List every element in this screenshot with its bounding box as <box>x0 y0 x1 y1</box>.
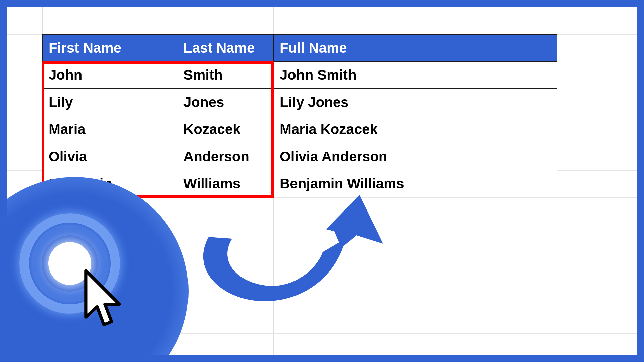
header-last-name[interactable]: Last Name <box>177 35 274 62</box>
cell-full-name[interactable]: Maria Kozacek <box>274 116 557 143</box>
table-row[interactable]: Lily Jones Lily Jones <box>43 89 557 116</box>
cell-first-name[interactable]: John <box>43 62 177 89</box>
table-row[interactable]: John Smith John Smith <box>43 62 557 89</box>
header-first-name[interactable]: First Name <box>43 35 177 62</box>
names-table: First Name Last Name Full Name John Smit… <box>42 34 557 197</box>
spreadsheet-canvas: First Name Last Name Full Name John Smit… <box>7 7 637 355</box>
cell-last-name[interactable]: Anderson <box>177 143 274 170</box>
cell-first-name[interactable]: Olivia <box>43 143 177 170</box>
cell-full-name[interactable]: Olivia Anderson <box>274 143 557 170</box>
table-row[interactable]: Maria Kozacek Maria Kozacek <box>43 116 557 143</box>
header-full-name[interactable]: Full Name <box>274 35 557 62</box>
cell-last-name[interactable]: Kozacek <box>177 116 274 143</box>
cursor-arrow-icon <box>74 268 128 335</box>
cell-last-name[interactable]: Jones <box>177 89 274 116</box>
cell-full-name[interactable]: Lily Jones <box>274 89 557 116</box>
cell-last-name[interactable]: Williams <box>177 170 274 197</box>
table-row[interactable]: Olivia Anderson Olivia Anderson <box>43 143 557 170</box>
cell-first-name[interactable]: Maria <box>43 116 177 143</box>
brand-logo <box>7 177 189 355</box>
arrow-icon <box>182 192 386 312</box>
cell-last-name[interactable]: Smith <box>177 62 274 89</box>
cell-full-name[interactable]: John Smith <box>274 62 557 89</box>
cell-full-name[interactable]: Benjamin Williams <box>274 170 557 197</box>
cell-first-name[interactable]: Lily <box>43 89 177 116</box>
